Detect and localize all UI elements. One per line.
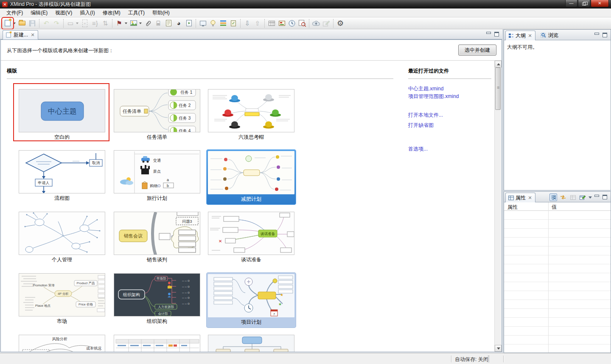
- org-center: 组织架构: [123, 292, 140, 297]
- properties-minimize-icon[interactable]: [594, 195, 599, 199]
- editor-minimize-icon[interactable]: [486, 32, 491, 36]
- tree-view-button[interactable]: [549, 193, 557, 201]
- restore-button[interactable]: [578, 0, 590, 7]
- template-market[interactable]: 4P 分析 Promotion 宣传 Product 产品 Place 地点 P…: [19, 273, 105, 325]
- workspace: 新建... ✕ 从下面选择一个模版或者风格来创建一张新图： 选中并创建 模版: [0, 29, 611, 353]
- open-local-file-link[interactable]: 打开本地文件...: [408, 112, 443, 119]
- template-talk-prep[interactable]: 谈话准备 ✕ 谈话准备: [208, 212, 294, 263]
- template-weight-loss[interactable]: 减肥计划: [206, 149, 296, 205]
- properties-close-icon[interactable]: ✕: [527, 195, 533, 201]
- template-task-list[interactable]: 任务清单 任务 1 任务 2 任务 3 任务 4 任务清单: [114, 89, 200, 141]
- properties-maximize-icon[interactable]: [603, 195, 607, 199]
- travel-b: b: [167, 184, 169, 188]
- attachment-file-button[interactable]: [184, 18, 194, 28]
- scroll-down-arrow[interactable]: [495, 345, 502, 352]
- vertical-scrollbar[interactable]: [494, 61, 501, 352]
- view-menu-chevron[interactable]: [589, 196, 592, 199]
- sync-button[interactable]: [559, 193, 567, 201]
- open-default-map-link[interactable]: 打开缺省图: [408, 122, 434, 129]
- hyperlink-button[interactable]: ⌸: [153, 18, 163, 28]
- insert-topic-button[interactable]: ▭: [65, 18, 76, 28]
- tab-new[interactable]: 新建... ✕: [3, 30, 38, 39]
- menu-edit[interactable]: 编辑(E): [27, 8, 51, 17]
- new-dropdown-caret[interactable]: [13, 22, 16, 24]
- attachment-button[interactable]: [143, 18, 153, 28]
- menu-file[interactable]: 文件(F): [3, 8, 27, 17]
- minimize-button[interactable]: —: [565, 0, 577, 7]
- outline-maximize-icon[interactable]: [603, 33, 607, 37]
- notes-button[interactable]: [163, 18, 174, 28]
- preview-button[interactable]: [297, 18, 307, 28]
- boundary-button[interactable]: ▫: [80, 18, 90, 28]
- menu-help[interactable]: 帮助(H): [149, 8, 174, 17]
- menu-insert[interactable]: 插入(I): [76, 8, 98, 17]
- tab-close-icon[interactable]: ✕: [30, 32, 35, 38]
- gantt-button[interactable]: [218, 18, 228, 28]
- new-document-icon: [5, 20, 11, 26]
- scroll-up-arrow[interactable]: [495, 61, 502, 67]
- save-button[interactable]: [27, 18, 37, 28]
- template-personal[interactable]: · · 个人管理: [19, 212, 105, 263]
- brainstorm-button[interactable]: [208, 18, 218, 28]
- task-info-button[interactable]: [228, 18, 238, 28]
- template-risk-partial[interactable]: 风险分析 成本状况: [19, 335, 105, 352]
- menu-modify[interactable]: 修改(M): [99, 8, 124, 17]
- template-orgchart-partial[interactable]: [208, 335, 294, 352]
- scrollbar-thumb[interactable]: [495, 67, 501, 110]
- template-blank[interactable]: 中心主题 空白的: [19, 89, 105, 141]
- image-dropdown-caret[interactable]: [139, 22, 142, 24]
- upload-share-button[interactable]: [311, 18, 321, 28]
- template-six-hats[interactable]: 六顶思考帽: [208, 89, 294, 141]
- recent-file-link[interactable]: 项目管理范围图.xmind: [408, 93, 459, 100]
- drill-up-button[interactable]: ⇧: [252, 18, 263, 28]
- relationship-button[interactable]: ⇅: [100, 18, 110, 28]
- undo-button[interactable]: ↶: [41, 18, 51, 28]
- image-icon: [130, 20, 137, 26]
- audio-notes-button[interactable]: ◕: [174, 18, 184, 28]
- preferences-link[interactable]: 首选项...: [408, 146, 428, 153]
- calendar-icon: 7: [271, 310, 277, 316]
- create-button[interactable]: 选中并创建: [458, 45, 496, 56]
- recent-file-link[interactable]: 中心主题.xmind: [408, 85, 443, 92]
- marker-dropdown-caret[interactable]: [125, 22, 127, 24]
- comment-button[interactable]: [198, 18, 208, 28]
- tab-browse[interactable]: 浏览: [538, 31, 561, 40]
- properties-grid[interactable]: [504, 211, 611, 353]
- menu-tools[interactable]: 工具(T): [124, 8, 149, 17]
- export-button[interactable]: [321, 18, 331, 28]
- menu-view[interactable]: 视图(V): [51, 8, 76, 17]
- close-button[interactable]: ✕: [591, 0, 609, 7]
- tab-browse-label: 浏览: [548, 32, 558, 39]
- template-org-structure[interactable]: 组织架构 市场部 ─ ─ ⊙─ ─ ⊙─ ─ ⊙─ ─ ⊙─ ─ ⊙ 人力资源部: [114, 273, 200, 325]
- statusbar-grip[interactable]: [488, 356, 489, 362]
- redo-button[interactable]: ↷: [51, 18, 62, 28]
- settings-button[interactable]: ⚙: [335, 18, 345, 28]
- spreadsheet-button[interactable]: [266, 18, 277, 28]
- new-workbook-button[interactable]: [3, 18, 13, 28]
- template-project-plan[interactable]: ★ ★ 7 项目计划: [206, 272, 296, 328]
- tab-properties[interactable]: 属性 ✕: [505, 193, 535, 202]
- template-sales[interactable]: 问题3 销售会议 销售谈判: [114, 212, 200, 263]
- summary-button[interactable]: ≡}: [90, 18, 100, 28]
- outline-minimize-icon[interactable]: [594, 33, 599, 36]
- template-label: 流程图: [19, 195, 105, 202]
- drill-down-button[interactable]: ⇩: [242, 18, 252, 28]
- marker-button[interactable]: ⚑: [114, 18, 124, 28]
- new-editor-button[interactable]: [579, 193, 586, 201]
- presentation-button[interactable]: [277, 18, 287, 28]
- topic-icon: ▭: [67, 20, 73, 27]
- table-edit-button[interactable]: [569, 193, 577, 201]
- timer-button[interactable]: [287, 18, 297, 28]
- relationship-icon: ⇅: [103, 20, 108, 27]
- save-icon: [29, 20, 35, 26]
- template-flowchart[interactable]: 取消 申请人 流程图: [19, 150, 105, 202]
- template-table-partial[interactable]: [114, 335, 200, 352]
- outline-close-icon[interactable]: ✕: [527, 33, 533, 39]
- topic-dropdown-caret[interactable]: [76, 22, 78, 24]
- editor-maximize-icon[interactable]: [494, 32, 499, 36]
- image-button[interactable]: [129, 18, 139, 28]
- tab-outline[interactable]: 大纲 ✕: [505, 31, 535, 40]
- template-travel[interactable]: 交通 景点 购物 a b 旅行计划: [114, 150, 200, 202]
- org-hr: 人力资源部: [158, 305, 174, 309]
- open-button[interactable]: [17, 18, 27, 28]
